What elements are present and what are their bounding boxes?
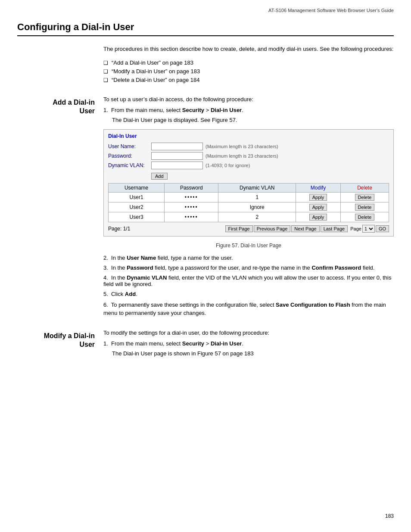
intro-right: The procedures in this section describe … bbox=[103, 45, 394, 92]
first-page-button[interactable]: First Page bbox=[225, 225, 253, 232]
table-row: User1 ••••• 1 Apply Delete bbox=[109, 192, 389, 202]
cell-vlan: 1 bbox=[218, 192, 296, 202]
step-1-sub: The Dial-in User page is displayed. See … bbox=[112, 117, 394, 123]
delete-button[interactable]: Delete bbox=[355, 204, 375, 211]
add-button[interactable]: Add bbox=[151, 173, 168, 180]
table-header-row: Username Password Dynamic VLAN Modify De… bbox=[109, 183, 389, 192]
add-content: To set up a user’s dial-in access, do th… bbox=[103, 96, 394, 321]
cell-username: User3 bbox=[109, 212, 165, 222]
add-heading: Add a Dial-inUser bbox=[17, 96, 95, 116]
modify-heading-col: Modify a Dial-inUser bbox=[17, 330, 103, 357]
username-row: User Name: (Maximum length is 23 charact… bbox=[108, 143, 389, 150]
page-select[interactable]: 1 bbox=[362, 225, 375, 233]
intro-text: The procedures in this section describe … bbox=[103, 45, 394, 53]
cell-vlan: Ignore bbox=[218, 202, 296, 212]
bullet-item: “Delete a Dial-in User” on page 184 bbox=[103, 77, 394, 83]
add-btn-row: Add bbox=[108, 171, 389, 180]
password-input[interactable] bbox=[151, 152, 203, 160]
cell-delete: Delete bbox=[340, 192, 389, 202]
delete-button[interactable]: Delete bbox=[355, 194, 375, 201]
password-label: Password: bbox=[108, 153, 151, 159]
page-info: Page: 1/1 bbox=[108, 226, 130, 232]
modify-heading: Modify a Dial-inUser bbox=[17, 330, 95, 350]
cell-modify: Apply bbox=[296, 212, 341, 222]
vlan-hint: (1-4093; 0 for ignore) bbox=[206, 163, 250, 168]
cell-vlan: 2 bbox=[218, 212, 296, 222]
add-heading-col: Add a Dial-inUser bbox=[17, 96, 103, 321]
go-button[interactable]: GO bbox=[376, 225, 389, 232]
bullet-list: “Add a Dial-in User” on page 183 “Modify… bbox=[103, 59, 394, 83]
last-page-button[interactable]: Last Page bbox=[321, 225, 348, 232]
page-header: AT-S106 Management Software Web Browser … bbox=[0, 0, 411, 13]
cell-modify: Apply bbox=[296, 202, 341, 212]
bullet-item: “Modify a Dial-in User” on page 183 bbox=[103, 68, 394, 75]
col-username: Username bbox=[109, 183, 165, 192]
bullet-item: “Add a Dial-in User” on page 183 bbox=[103, 59, 394, 66]
col-password: Password bbox=[165, 183, 218, 192]
username-label: User Name: bbox=[108, 143, 151, 149]
page-number: 183 bbox=[385, 513, 394, 519]
step-4: 4. In the Dynamic VLAN field, enter the … bbox=[103, 274, 394, 287]
intro-section: The procedures in this section describe … bbox=[17, 36, 394, 92]
col-modify: Modify bbox=[296, 183, 341, 192]
page-label: Page bbox=[350, 226, 361, 231]
vlan-label: Dynamic VLAN: bbox=[108, 162, 151, 168]
pagination-row: Page: 1/1 First Page Previous Page Next … bbox=[108, 225, 389, 233]
cell-password: ••••• bbox=[165, 192, 218, 202]
step-6: 6. To permanently save these settings in… bbox=[103, 301, 394, 317]
cell-modify: Apply bbox=[296, 192, 341, 202]
panel-title: Dial-In User bbox=[108, 133, 389, 139]
delete-button[interactable]: Delete bbox=[355, 214, 375, 221]
table-row: User3 ••••• 2 Apply Delete bbox=[109, 212, 389, 222]
modify-content: To modify the settings for a dial-in use… bbox=[103, 330, 394, 357]
col-vlan: Dynamic VLAN bbox=[218, 183, 296, 192]
username-hint: (Maximum length is 23 characters) bbox=[206, 144, 278, 149]
next-page-button[interactable]: Next Page bbox=[291, 225, 319, 232]
modify-intro: To modify the settings for a dial-in use… bbox=[103, 330, 394, 336]
vlan-row: Dynamic VLAN: (1-4093; 0 for ignore) bbox=[108, 162, 389, 169]
cell-delete: Delete bbox=[340, 212, 389, 222]
cell-delete: Delete bbox=[340, 202, 389, 212]
apply-button[interactable]: Apply bbox=[309, 214, 327, 221]
cell-password: ••••• bbox=[165, 202, 218, 212]
prev-page-button[interactable]: Previous Page bbox=[254, 225, 291, 232]
step-2: 2. In the User Name field, type a name f… bbox=[103, 255, 394, 261]
add-intro: To set up a user’s dial-in access, do th… bbox=[103, 96, 394, 103]
col-delete: Delete bbox=[340, 183, 389, 192]
username-input[interactable] bbox=[151, 143, 203, 150]
step-3: 3. In the Password field, type a passwor… bbox=[103, 264, 394, 271]
vlan-input[interactable] bbox=[151, 162, 203, 169]
page-title: Configuring a Dial-in User bbox=[17, 22, 394, 36]
add-section: Add a Dial-inUser To set up a user’s dia… bbox=[17, 96, 394, 321]
apply-button[interactable]: Apply bbox=[309, 194, 327, 201]
intro-left bbox=[17, 45, 103, 92]
users-table: Username Password Dynamic VLAN Modify De… bbox=[108, 183, 389, 222]
password-hint: (Maximum length is 23 characters) bbox=[206, 153, 278, 159]
cell-username: User2 bbox=[109, 202, 165, 212]
step-5: 5. Click Add. bbox=[103, 291, 394, 297]
modify-step-1: 1. From the main menu, select Security >… bbox=[103, 340, 394, 347]
header-title: AT-S106 Management Software Web Browser … bbox=[268, 8, 394, 13]
cell-password: ••••• bbox=[165, 212, 218, 222]
step-1: 1. From the main menu, select Security >… bbox=[103, 107, 394, 113]
modify-section: Modify a Dial-inUser To modify the setti… bbox=[17, 330, 394, 357]
figure-caption: Figure 57. Dial-In User Page bbox=[103, 243, 394, 249]
pagination-buttons: First Page Previous Page Next Page Last … bbox=[225, 225, 389, 233]
apply-button[interactable]: Apply bbox=[309, 204, 327, 211]
modify-step-1-sub: The Dial-in User page is shown in Figure… bbox=[112, 350, 394, 357]
table-row: User2 ••••• Ignore Apply Delete bbox=[109, 202, 389, 212]
dial-in-user-panel: Dial-In User User Name: (Maximum length … bbox=[103, 129, 394, 236]
password-row: Password: (Maximum length is 23 characte… bbox=[108, 152, 389, 160]
cell-username: User1 bbox=[109, 192, 165, 202]
